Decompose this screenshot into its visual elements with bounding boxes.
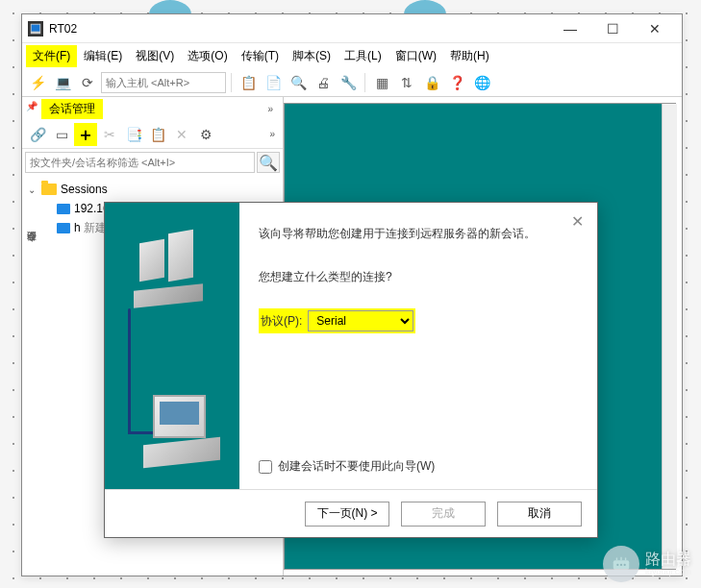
scrollbar[interactable]	[662, 104, 677, 569]
order-icon[interactable]: ⇅	[395, 71, 418, 94]
dialog-content: 该向导将帮助您创建用于连接到远程服务器的新会话。 您想建立什么类型的连接? 协议…	[239, 203, 597, 489]
svg-point-5	[624, 564, 626, 566]
cut-icon[interactable]: ✂	[98, 123, 121, 146]
paste-session-icon[interactable]: 📋	[146, 123, 169, 146]
svg-point-3	[616, 564, 618, 566]
svg-rect-1	[32, 24, 40, 31]
menu-script[interactable]: 脚本(S)	[286, 45, 338, 67]
print-icon[interactable]: 🖨	[312, 71, 335, 94]
new-session-button[interactable]: ＋	[74, 123, 97, 146]
session-filter-input[interactable]	[25, 152, 255, 173]
host-icon	[57, 223, 70, 233]
tree-item-label: h	[74, 221, 81, 234]
copy-session-icon[interactable]: 📑	[122, 123, 145, 146]
wizard-question-text: 您想建立什么类型的连接?	[259, 269, 578, 285]
wizard-graphic	[105, 203, 239, 489]
tree-root[interactable]: ⌄ Sessions	[24, 180, 281, 199]
copy-icon[interactable]: 📋	[237, 71, 260, 94]
watermark-icon	[603, 546, 639, 582]
host-input[interactable]	[101, 72, 226, 93]
protocol-select[interactable]: Serial	[308, 310, 413, 331]
cancel-button[interactable]: 取消	[497, 502, 582, 527]
properties-icon[interactable]: 🔧	[337, 71, 360, 94]
scroll-icon[interactable]: 🔒	[420, 71, 443, 94]
skip-wizard-row: 创建会话时不要使用此向导(W)	[259, 458, 578, 475]
quick-connect-icon[interactable]: 💻	[51, 71, 74, 94]
link-icon[interactable]: 🔗	[26, 123, 49, 146]
protocol-row: 协议(P): Serial	[259, 308, 578, 333]
new-session-wizard-dialog: ✕ 该向导将帮助您创建用于连接到远程服务器的新会话。 您想建立什么类型的连接? …	[104, 202, 598, 538]
dialog-body: 该向导将帮助您创建用于连接到远程服务器的新会话。 您想建立什么类型的连接? 协议…	[105, 203, 597, 489]
delete-icon[interactable]: ✕	[170, 123, 193, 146]
filter-row: 🔍	[22, 149, 283, 176]
app-icon	[28, 21, 43, 37]
search-button[interactable]: 🔍	[257, 152, 280, 173]
menu-options[interactable]: 选项(O)	[181, 45, 234, 67]
close-button[interactable]: ✕	[634, 15, 676, 42]
menu-help[interactable]: 帮助(H)	[443, 45, 496, 67]
chevron-down-icon[interactable]: ⌄	[28, 184, 41, 195]
toolbar-divider-2	[364, 73, 365, 92]
next-button[interactable]: 下一页(N) >	[305, 502, 389, 527]
dialog-close-button[interactable]: ✕	[566, 210, 588, 232]
open-icon[interactable]: ▭	[50, 123, 73, 146]
session-manager-tab: 📌 会话管理 »	[22, 97, 283, 120]
settings-icon[interactable]: ⚙	[194, 123, 217, 146]
session-toolbar: 🔗 ▭ ＋ ✂ 📑 📋 ✕ ⚙ »	[22, 120, 283, 149]
help-icon[interactable]: ❓	[445, 71, 468, 94]
finish-button[interactable]: 完成	[401, 502, 486, 527]
skip-wizard-checkbox[interactable]	[259, 460, 272, 474]
menu-bar: 文件(F) 编辑(E) 视图(V) 选项(O) 传输(T) 脚本(S) 工具(L…	[22, 43, 682, 68]
watermark-sub: luyouqi.com	[645, 567, 691, 576]
reconnect-icon[interactable]: ⟳	[76, 71, 99, 94]
menu-tools[interactable]: 工具(L)	[338, 45, 388, 67]
maximize-button[interactable]: ☐	[591, 15, 634, 42]
svg-point-4	[620, 564, 622, 566]
tree-root-label: Sessions	[61, 183, 108, 196]
side-strip-label[interactable]: 命令管理	[22, 205, 39, 243]
menu-edit[interactable]: 编辑(E)	[77, 45, 129, 67]
minimize-button[interactable]: —	[549, 15, 591, 42]
panel-expander-icon[interactable]: »	[263, 104, 277, 114]
menu-window[interactable]: 窗口(W)	[388, 45, 443, 67]
toolbar-divider	[231, 73, 232, 92]
main-toolbar: ⚡ 💻 ⟳ 📋 📄 🔍 🖨 🔧 ▦ ⇅ 🔒 ❓ 🌐	[22, 68, 682, 97]
find-icon[interactable]: 🔍	[287, 71, 310, 94]
window-title: RT02	[49, 22, 549, 36]
watermark: 路由器 luyouqi.com	[603, 546, 691, 582]
host-icon	[57, 204, 70, 214]
menu-transfer[interactable]: 传输(T)	[235, 45, 286, 67]
title-bar: RT02 — ☐ ✕	[22, 14, 682, 43]
pin-icon[interactable]: 📌	[26, 101, 38, 111]
protocol-label: 协议(P):	[261, 313, 302, 330]
dialog-footer: 下一页(N) > 完成 取消	[105, 489, 597, 537]
wizard-intro-text: 该向导将帮助您创建用于连接到远程服务器的新会话。	[259, 226, 578, 242]
skip-wizard-label: 创建会话时不要使用此向导(W)	[278, 458, 435, 475]
menu-file[interactable]: 文件(F)	[26, 45, 77, 67]
globe-icon[interactable]: 🌐	[470, 71, 493, 94]
connect-icon[interactable]: ⚡	[26, 71, 49, 94]
toolbar-expander-icon[interactable]: »	[265, 129, 279, 139]
session-tab-label[interactable]: 会话管理	[41, 99, 103, 119]
watermark-text: 路由器	[645, 551, 691, 567]
folder-icon	[41, 184, 57, 195]
paste-icon[interactable]: 📄	[262, 71, 285, 94]
layout-icon[interactable]: ▦	[370, 71, 393, 94]
menu-view[interactable]: 视图(V)	[129, 45, 181, 67]
